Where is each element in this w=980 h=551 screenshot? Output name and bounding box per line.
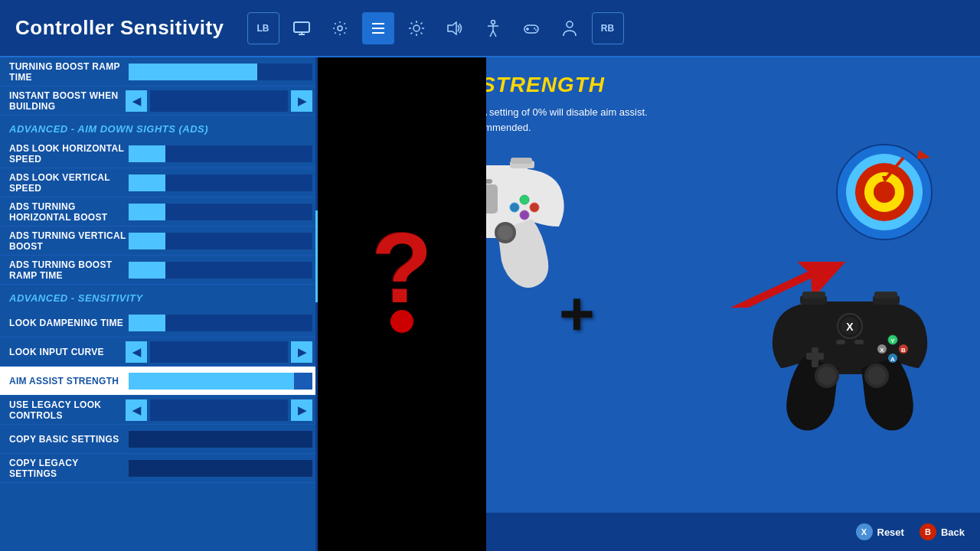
setting-copy-legacy[interactable]: COPY LEGACY SETTINGS bbox=[0, 454, 322, 483]
svg-point-71 bbox=[818, 367, 836, 385]
nav-brightness[interactable] bbox=[400, 12, 433, 44]
setting-look-dampening[interactable]: LOOK DAMPENING TIME bbox=[0, 308, 322, 337]
arrow-right-look[interactable]: ▶ bbox=[291, 341, 312, 363]
svg-point-3 bbox=[338, 26, 342, 31]
svg-point-33 bbox=[530, 203, 539, 212]
reset-button[interactable]: X Reset bbox=[856, 523, 904, 540]
slider-ads-v[interactable] bbox=[129, 174, 312, 191]
nav-list[interactable] bbox=[362, 12, 394, 44]
setting-ads-turn-v-boost[interactable]: ADS TURNING VERTICAL BOOST bbox=[0, 227, 322, 256]
svg-point-17 bbox=[491, 20, 495, 24]
svg-rect-76 bbox=[802, 292, 825, 298]
setting-look-input-curve[interactable]: LOOK INPUT CURVE ◀ ▶ bbox=[0, 337, 322, 367]
svg-text:X: X bbox=[846, 321, 854, 333]
setting-instant-boost-building[interactable]: INSTANT BOOST WHEN BUILDING ◀ ▶ bbox=[0, 86, 322, 116]
nav-display[interactable] bbox=[286, 12, 318, 44]
left-panel: TURNING BOOST RAMP TIME INSTANT BOOST WH… bbox=[0, 57, 322, 551]
svg-point-35 bbox=[510, 203, 519, 212]
nav-settings[interactable] bbox=[324, 12, 356, 44]
slider-copy-legacy bbox=[129, 460, 312, 477]
svg-point-26 bbox=[535, 29, 537, 31]
x-button-icon: X bbox=[856, 523, 873, 540]
svg-text:A: A bbox=[890, 356, 895, 363]
reset-label: Reset bbox=[877, 527, 904, 538]
svg-marker-16 bbox=[448, 22, 456, 34]
xbox-controller: X Y B A X bbox=[743, 288, 957, 456]
arrow-value bbox=[150, 90, 288, 112]
svg-point-7 bbox=[413, 25, 420, 31]
nav-rb[interactable]: RB bbox=[592, 12, 624, 44]
legacy-look-value bbox=[150, 399, 288, 421]
target-bullseye bbox=[835, 142, 934, 242]
svg-point-25 bbox=[534, 28, 535, 29]
plus-sign: + bbox=[559, 279, 595, 349]
setting-ads-horizontal[interactable]: ADS LOOK HORIZONTAL SPEED bbox=[0, 139, 322, 168]
slider-turning-boost-ramp-time[interactable] bbox=[129, 64, 312, 80]
setting-aim-assist-strength[interactable]: AIM ASSIST STRENGTH bbox=[0, 367, 322, 396]
slider-copy-basic bbox=[129, 431, 312, 448]
svg-point-39 bbox=[498, 225, 513, 240]
slider-ads-tv[interactable] bbox=[129, 233, 312, 249]
arrow-left-legacy[interactable]: ◀ bbox=[126, 399, 147, 421]
svg-text:Y: Y bbox=[890, 337, 895, 344]
slider-ads-tbr[interactable] bbox=[129, 262, 312, 279]
section-sensitivity: ADVANCED - SENSITIVITY bbox=[0, 285, 322, 308]
svg-rect-61 bbox=[806, 353, 824, 360]
setting-ads-turn-boost-ramp[interactable]: ADS TURNING BOOST RAMP TIME bbox=[0, 256, 322, 285]
nav-lb[interactable]: LB bbox=[247, 12, 279, 44]
svg-line-12 bbox=[410, 22, 412, 24]
back-label: Back bbox=[941, 527, 965, 538]
svg-line-20 bbox=[490, 31, 493, 37]
setting-ads-turn-h-boost[interactable]: ADS TURNING HORIZONTAL BOOST bbox=[0, 197, 322, 227]
section-ads: ADVANCED - AIM DOWN SIGHTS (ADS) bbox=[0, 116, 322, 139]
question-mark-icon: ? bbox=[371, 218, 432, 333]
svg-line-14 bbox=[420, 22, 422, 24]
setting-turning-boost-ramp-time[interactable]: TURNING BOOST RAMP TIME bbox=[0, 57, 322, 86]
setting-ads-vertical[interactable]: ADS LOOK VERTICAL SPEED bbox=[0, 168, 322, 197]
settings-list: TURNING BOOST RAMP TIME INSTANT BOOST WH… bbox=[0, 57, 322, 483]
setting-use-legacy-look[interactable]: USE LEGACY LOOK CONTROLS ◀ ▶ bbox=[0, 396, 322, 425]
svg-text:B: B bbox=[901, 347, 906, 354]
arrow-look-input[interactable]: ◀ ▶ bbox=[126, 341, 312, 363]
svg-point-73 bbox=[867, 367, 886, 385]
nav-bar: LB RB bbox=[247, 12, 624, 44]
arrow-right-legacy[interactable]: ▶ bbox=[291, 399, 312, 421]
svg-rect-46 bbox=[511, 158, 532, 164]
nav-audio[interactable] bbox=[439, 12, 471, 44]
slider-aim-assist[interactable] bbox=[129, 373, 312, 390]
svg-line-21 bbox=[493, 31, 496, 37]
page-title: Controller Sensitivity bbox=[15, 16, 224, 40]
header: Controller Sensitivity LB RB bbox=[0, 0, 980, 57]
slider-look-dampening[interactable] bbox=[129, 315, 312, 331]
svg-rect-78 bbox=[836, 340, 845, 344]
svg-line-13 bbox=[420, 32, 422, 34]
setting-copy-basic[interactable]: COPY BASIC SETTINGS bbox=[0, 425, 322, 454]
slider-ads-h[interactable] bbox=[129, 145, 312, 162]
svg-text:X: X bbox=[880, 347, 884, 354]
svg-point-34 bbox=[520, 210, 529, 220]
arrow-left-btn[interactable]: ◀ bbox=[126, 90, 147, 112]
nav-profile[interactable] bbox=[554, 12, 586, 44]
svg-rect-79 bbox=[854, 340, 864, 344]
svg-point-27 bbox=[567, 21, 573, 28]
svg-point-51 bbox=[874, 181, 895, 203]
nav-accessibility[interactable] bbox=[477, 12, 509, 44]
arrow-legacy-look[interactable]: ◀ ▶ bbox=[126, 399, 312, 421]
svg-point-32 bbox=[520, 195, 529, 204]
arrow-instant-boost[interactable]: ◀ ▶ bbox=[126, 90, 312, 112]
svg-line-15 bbox=[410, 32, 412, 34]
arrow-left-look[interactable]: ◀ bbox=[126, 341, 147, 363]
nav-controller[interactable] bbox=[515, 12, 547, 44]
arrow-right-btn[interactable]: ▶ bbox=[291, 90, 312, 112]
back-button[interactable]: B Back bbox=[920, 523, 965, 540]
main-content: TURNING BOOST RAMP TIME INSTANT BOOST WH… bbox=[0, 57, 980, 551]
b-button-icon: B bbox=[920, 523, 936, 540]
look-input-value bbox=[150, 341, 288, 363]
svg-marker-54 bbox=[917, 150, 930, 159]
svg-rect-77 bbox=[874, 292, 897, 298]
svg-rect-0 bbox=[294, 22, 309, 32]
overlay-question-mark: ? bbox=[318, 0, 486, 551]
slider-ads-th[interactable] bbox=[129, 204, 312, 220]
